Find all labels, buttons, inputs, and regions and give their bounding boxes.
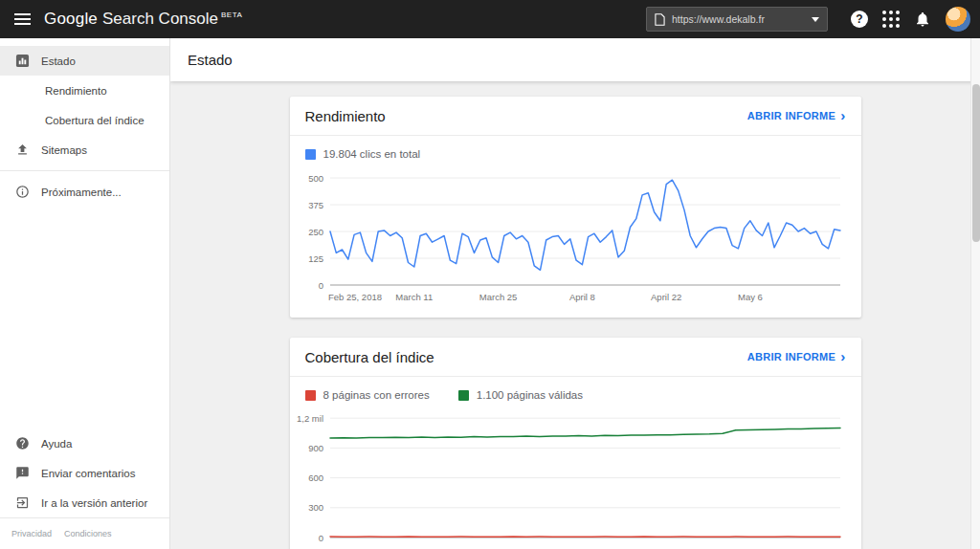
- svg-text:125: 125: [308, 253, 323, 264]
- property-selector[interactable]: https://www.dekalb.fr: [646, 7, 828, 32]
- app-logo: Google Search Console BETA: [44, 10, 242, 29]
- scrollbar[interactable]: [970, 38, 980, 549]
- help-circle-icon: [14, 435, 31, 451]
- sidebar-item-label: Estado: [41, 55, 76, 67]
- sidebar: Estado Rendimiento Cobertura del índice …: [0, 38, 170, 549]
- page-header: Estado: [170, 38, 980, 81]
- svg-text:250: 250: [308, 227, 323, 237]
- index-coverage-card: Cobertura del índice ABRIR INFORME › 8 p…: [290, 338, 861, 549]
- google-logo-text: Google: [44, 10, 98, 29]
- svg-text:March 25: March 25: [479, 292, 517, 302]
- sidebar-item-rendimiento[interactable]: Rendimiento: [0, 76, 169, 105]
- sidebar-item-ayuda[interactable]: Ayuda: [0, 428, 169, 458]
- legend-swatch-green: [458, 390, 469, 401]
- page-title: Estado: [188, 52, 233, 68]
- coverage-legend: 8 páginas con errores 1.100 páginas váli…: [290, 377, 861, 404]
- svg-text:600: 600: [308, 472, 323, 483]
- svg-text:May 6: May 6: [738, 292, 763, 302]
- help-icon: ?: [856, 12, 862, 26]
- sidebar-item-label: Próximamente...: [41, 187, 122, 198]
- sidebar-item-label: Rendimiento: [45, 85, 107, 97]
- product-name: Search Console: [102, 10, 218, 29]
- exit-to-app-icon: [14, 494, 31, 511]
- performance-card: Rendimiento ABRIR INFORME › 19.804 clics…: [290, 97, 861, 318]
- sidebar-footer: Privacidad Condiciones: [0, 517, 169, 549]
- apps-grid-button[interactable]: [882, 11, 900, 28]
- terms-link[interactable]: Condiciones: [64, 529, 112, 538]
- upload-icon: [14, 142, 31, 158]
- svg-text:April 8: April 8: [568, 292, 594, 302]
- topbar-actions: ?: [851, 7, 970, 32]
- svg-text:900: 900: [308, 443, 323, 453]
- sidebar-item-version-anterior[interactable]: Ir a la versión anterior: [0, 488, 169, 517]
- legend-item-valid: 1.100 páginas válidas: [458, 389, 583, 401]
- svg-text:500: 500: [308, 173, 323, 184]
- legend-item-errors: 8 páginas con errores: [305, 389, 430, 401]
- top-app-bar: Google Search Console BETA https://www.d…: [0, 0, 980, 38]
- user-avatar[interactable]: [946, 7, 970, 32]
- legend-swatch-blue: [305, 149, 316, 160]
- sidebar-divider: [0, 170, 169, 171]
- content-area: Rendimiento ABRIR INFORME › 19.804 clics…: [170, 81, 980, 549]
- performance-legend: 19.804 clics en total: [290, 136, 861, 163]
- privacy-link[interactable]: Privacidad: [11, 529, 52, 538]
- chevron-right-icon: ›: [840, 352, 845, 362]
- bell-icon: [914, 11, 931, 28]
- open-report-link-coverage[interactable]: ABRIR INFORME ›: [747, 351, 846, 362]
- svg-text:375: 375: [308, 200, 323, 210]
- scrollbar-thumb[interactable]: [972, 84, 980, 242]
- performance-chart[interactable]: 0125250375500Feb 25, 2018March 11March 2…: [296, 166, 856, 312]
- sidebar-item-label: Enviar comentarios: [41, 468, 135, 479]
- sidebar-item-estado[interactable]: Estado: [0, 46, 169, 76]
- notifications-button[interactable]: [914, 11, 931, 28]
- hamburger-menu-button[interactable]: [0, 0, 44, 38]
- hamburger-icon: [14, 13, 31, 15]
- sidebar-item-label: Cobertura del índice: [45, 115, 145, 126]
- chevron-right-icon: ›: [840, 111, 845, 121]
- beta-badge: BETA: [221, 11, 242, 19]
- sidebar-item-enviar-comentarios[interactable]: Enviar comentarios: [0, 458, 169, 488]
- overview-icon: [14, 53, 31, 69]
- sidebar-item-label: Ayuda: [41, 438, 72, 450]
- svg-text:0: 0: [318, 533, 323, 543]
- main-area: Estado Rendimiento ABRIR INFORME › 19.80…: [170, 38, 980, 549]
- coverage-chart[interactable]: 03006009001,2 mil: [296, 407, 856, 549]
- sidebar-item-sitemaps[interactable]: Sitemaps: [0, 135, 169, 165]
- svg-text:300: 300: [308, 502, 323, 513]
- svg-text:March 11: March 11: [395, 292, 433, 302]
- sidebar-item-label: Ir a la versión anterior: [41, 497, 147, 509]
- svg-text:Feb 25, 2018: Feb 25, 2018: [328, 292, 382, 302]
- apps-grid-icon: [882, 11, 886, 14]
- info-icon: [14, 184, 31, 200]
- legend-item-clicks: 19.804 clics en total: [305, 148, 421, 160]
- card-title: Cobertura del índice: [305, 349, 434, 365]
- open-report-link-performance[interactable]: ABRIR INFORME ›: [747, 110, 846, 121]
- card-title: Rendimiento: [305, 108, 386, 124]
- property-page-icon: [655, 13, 665, 26]
- feedback-icon: [14, 465, 31, 481]
- help-button[interactable]: ?: [851, 11, 868, 28]
- sidebar-item-cobertura-indice[interactable]: Cobertura del índice: [0, 105, 169, 135]
- sidebar-item-label: Sitemaps: [41, 144, 87, 156]
- svg-text:1,2 mil: 1,2 mil: [297, 413, 323, 424]
- svg-text:0: 0: [318, 280, 323, 291]
- legend-swatch-red: [305, 390, 316, 401]
- svg-text:April 22: April 22: [651, 292, 681, 302]
- sidebar-item-proximamente[interactable]: Próximamente...: [0, 177, 169, 207]
- property-url: https://www.dekalb.fr: [672, 13, 805, 25]
- chevron-down-icon: [812, 17, 819, 22]
